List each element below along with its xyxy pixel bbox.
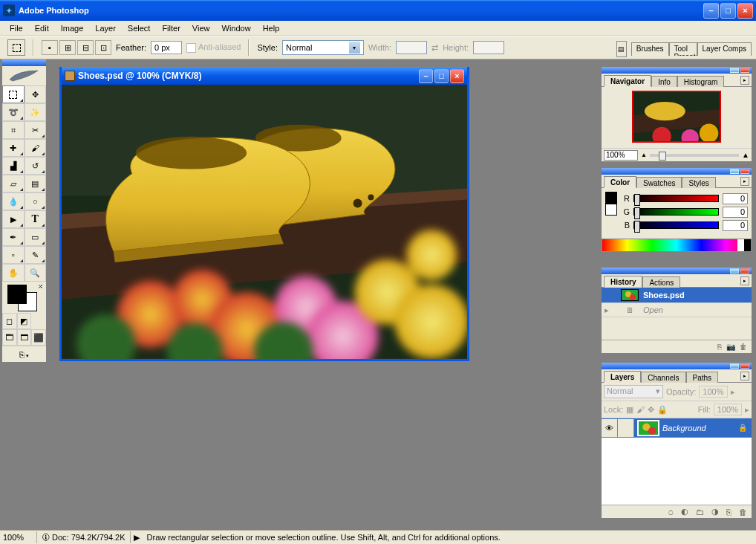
layer-background[interactable]: 👁 Background 🔒 [602, 418, 752, 438]
tab-actions[interactable]: Actions [642, 276, 680, 288]
feather-input[interactable] [151, 41, 182, 54]
layer-mask-button[interactable]: ◐ [681, 507, 688, 517]
tab-color[interactable]: Color [604, 176, 636, 188]
palette-close-button[interactable] [740, 68, 749, 73]
healing-brush-tool[interactable]: ✚ [2, 139, 25, 157]
window-close-button[interactable]: × [737, 3, 753, 19]
menu-image[interactable]: Image [56, 22, 89, 34]
b-value[interactable]: 0 [723, 220, 748, 231]
new-selection-button[interactable]: ▪ [42, 40, 58, 55]
standard-mode-button[interactable]: ◻ [2, 313, 17, 329]
history-snapshot[interactable]: Shoes.psd [602, 288, 752, 302]
delete-state-button[interactable]: 🗑 [740, 343, 747, 351]
new-doc-from-state-button[interactable]: ⎘ [717, 343, 722, 351]
r-slider[interactable] [633, 195, 719, 202]
doc-maximize-button[interactable]: □ [434, 69, 449, 83]
add-selection-button[interactable]: ⊞ [59, 40, 76, 55]
window-minimize-button[interactable]: – [703, 3, 719, 19]
hand-tool[interactable]: ✋ [2, 264, 25, 282]
palette-close-button[interactable] [740, 268, 749, 273]
path-select-tool[interactable]: ▶ [2, 210, 25, 228]
palette-minimize-button[interactable] [730, 268, 739, 273]
r-value[interactable]: 0 [723, 193, 748, 204]
zoom-in-icon[interactable]: ▲ [742, 151, 749, 159]
palette-titlebar[interactable] [602, 168, 752, 175]
magic-wand-tool[interactable]: ✨ [25, 103, 47, 121]
tab-navigator[interactable]: Navigator [604, 75, 651, 87]
palette-titlebar[interactable] [602, 67, 752, 74]
marquee-tool[interactable] [2, 85, 25, 103]
menu-select[interactable]: Select [123, 22, 156, 34]
menu-edit[interactable]: Edit [30, 22, 54, 34]
new-layer-button[interactable]: ⎘ [726, 508, 731, 517]
palette-menu-button[interactable]: ▸ [740, 76, 749, 85]
shape-tool[interactable]: ▭ [25, 228, 47, 246]
style-select[interactable]: Normal▾ [282, 40, 364, 55]
type-tool[interactable]: T [25, 210, 47, 228]
doc-minimize-button[interactable]: – [419, 69, 433, 83]
tab-channels[interactable]: Channels [641, 372, 685, 383]
adjustment-layer-button[interactable]: ◑ [711, 507, 719, 517]
clone-stamp-tool[interactable]: ▟ [2, 157, 25, 175]
palette-close-button[interactable] [740, 169, 749, 174]
history-step-open[interactable]: ▸ 🗎 Open [602, 302, 752, 317]
delete-layer-button[interactable]: 🗑 [739, 508, 747, 517]
status-menu-arrow[interactable]: ▶ [134, 533, 140, 543]
layer-style-button[interactable]: ⍥ [668, 508, 674, 517]
g-value[interactable]: 0 [723, 207, 748, 218]
palette-minimize-button[interactable] [730, 363, 739, 369]
eyedropper-tool[interactable]: ✎ [25, 246, 47, 264]
color-spectrum[interactable] [602, 239, 752, 252]
navigator-zoom-slider[interactable] [650, 154, 739, 157]
navigator-zoom-input[interactable] [604, 150, 638, 161]
menu-view[interactable]: View [187, 22, 215, 34]
tab-history[interactable]: History [604, 276, 642, 288]
menu-layer[interactable]: Layer [90, 22, 121, 34]
navigator-thumbnail[interactable] [632, 91, 721, 143]
doc-close-button[interactable]: × [450, 69, 464, 83]
status-zoom[interactable]: 100% [0, 531, 37, 543]
history-brush-tool[interactable]: ↺ [25, 157, 47, 175]
notes-tool[interactable]: ▫ [2, 246, 25, 264]
subtract-selection-button[interactable]: ⊟ [77, 40, 94, 55]
tab-swatches[interactable]: Swatches [636, 177, 682, 188]
fullscreen-button[interactable]: ⬛ [31, 329, 46, 346]
document-canvas[interactable] [62, 85, 467, 359]
quickmask-mode-button[interactable]: ◩ [17, 313, 32, 329]
palette-titlebar[interactable] [602, 268, 752, 274]
palette-close-button[interactable] [740, 363, 749, 369]
b-slider[interactable] [633, 221, 719, 229]
gradient-tool[interactable]: ▤ [25, 175, 47, 192]
standard-screen-button[interactable]: 🗔 [2, 329, 17, 346]
swap-colors-icon[interactable]: ⤭ [38, 283, 43, 290]
intersect-selection-button[interactable]: ⊡ [95, 40, 111, 55]
tab-info[interactable]: Info [651, 76, 677, 87]
menu-help[interactable]: Help [258, 22, 285, 34]
brush-tool[interactable]: 🖌 [25, 139, 47, 157]
tab-histogram[interactable]: Histogram [677, 76, 725, 87]
tool-preset-button[interactable] [7, 39, 25, 56]
color-fg-swatch[interactable] [605, 192, 617, 204]
palette-minimize-button[interactable] [730, 169, 739, 174]
tab-layers[interactable]: Layers [604, 371, 641, 383]
palette-menu-button[interactable]: ▸ [740, 177, 749, 186]
pen-tool[interactable]: ✒ [2, 228, 25, 246]
window-maximize-button[interactable]: □ [720, 3, 736, 19]
lasso-tool[interactable]: ➰ [2, 103, 25, 121]
jump-to-imageready-button[interactable]: ⎘ [2, 346, 46, 362]
color-swatches[interactable]: ⤭ [2, 282, 46, 313]
lock-pixels-button[interactable]: 🖌 [636, 405, 645, 414]
crop-tool[interactable]: ⌗ [2, 121, 25, 139]
g-slider[interactable] [633, 208, 719, 216]
zoom-out-icon[interactable]: ▲ [641, 152, 647, 158]
well-tab-tool-presets[interactable]: Tool Presets [669, 42, 697, 56]
new-snapshot-button[interactable]: 📷 [726, 343, 735, 351]
lock-transparency-button[interactable]: ▦ [626, 405, 633, 415]
color-bg-swatch[interactable] [605, 204, 617, 216]
fullscreen-menubar-button[interactable]: 🗖 [17, 329, 32, 346]
slice-tool[interactable]: ✂ [25, 121, 47, 139]
menu-filter[interactable]: Filter [157, 22, 185, 34]
palette-titlebar[interactable] [602, 363, 752, 369]
foreground-swatch[interactable] [7, 285, 27, 304]
lock-position-button[interactable]: ✥ [648, 405, 654, 415]
